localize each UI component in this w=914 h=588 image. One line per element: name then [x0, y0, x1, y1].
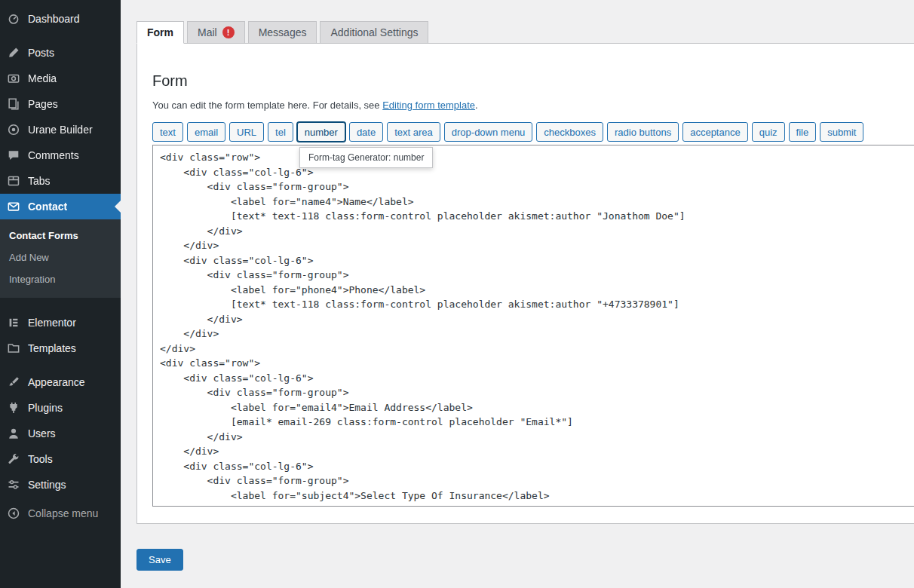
- sidebar-item-label: Dashboard: [28, 13, 80, 25]
- sidebar-item-comments[interactable]: Comments: [0, 142, 121, 168]
- tag-button-url[interactable]: URL: [229, 122, 264, 142]
- editor-tabbar: Form Mail ! Messages Additional Settings: [136, 21, 914, 43]
- tag-button-acceptance[interactable]: acceptance: [682, 122, 748, 142]
- save-button[interactable]: Save: [136, 549, 183, 571]
- comments-icon: [6, 148, 21, 163]
- pages-icon: [6, 96, 21, 112]
- panel-title: Form: [152, 72, 914, 90]
- form-tag-generator-tooltip: Form-tag Generator: number: [299, 147, 433, 168]
- sidebar-item-label: Appearance: [28, 376, 85, 388]
- sidebar-item-label: Media: [28, 72, 57, 84]
- sidebar-item-label: Elementor: [28, 317, 76, 329]
- tab-mail-label: Mail: [198, 26, 217, 38]
- sidebar-item-templates[interactable]: Templates: [0, 335, 121, 361]
- sidebar-item-label: Templates: [28, 342, 76, 354]
- form-template-editor[interactable]: <div class="row"> <div class="col-lg-6">…: [152, 145, 914, 507]
- sidebar-item-label: Contact: [28, 201, 67, 213]
- menu-separator: [0, 361, 121, 369]
- sidebar-item-plugins[interactable]: Plugins: [0, 395, 121, 421]
- editing-form-template-link[interactable]: Editing form template: [382, 100, 475, 111]
- plugins-icon: [6, 400, 21, 415]
- sidebar-item-collapse-menu[interactable]: Collapse menu: [0, 501, 121, 526]
- sidebar-item-settings[interactable]: Settings: [0, 472, 121, 498]
- submenu-item-add-new[interactable]: Add New: [0, 247, 121, 268]
- tag-button-text[interactable]: text: [152, 122, 183, 142]
- sidebar-item-label: Comments: [28, 149, 79, 161]
- sidebar-item-posts[interactable]: Posts: [0, 40, 121, 66]
- dashboard-icon: [6, 11, 21, 26]
- tag-button-date[interactable]: date: [349, 122, 383, 142]
- sidebar-item-label: Collapse menu: [28, 507, 98, 519]
- sidebar-item-tabs[interactable]: Tabs: [0, 168, 121, 194]
- elementor-icon: [6, 315, 21, 330]
- tag-button-checkboxes[interactable]: checkboxes: [536, 122, 603, 142]
- submenu-item-integration[interactable]: Integration: [0, 268, 121, 290]
- users-icon: [6, 426, 21, 441]
- tab-messages-label: Messages: [259, 26, 307, 38]
- sidebar-item-appearance[interactable]: Appearance: [0, 369, 121, 395]
- form-editor-panel: Form You can edit the form template here…: [136, 43, 914, 524]
- posts-icon: [6, 45, 21, 60]
- submenu-item-contact-forms[interactable]: Contact Forms: [0, 225, 121, 247]
- tag-button-quiz[interactable]: quiz: [752, 122, 785, 142]
- tag-button-email[interactable]: email: [187, 122, 225, 142]
- sidebar-item-label: Tabs: [28, 175, 51, 187]
- sidebar-item-label: Urane Builder: [28, 124, 93, 136]
- urane-builder-icon: [6, 122, 21, 137]
- sidebar-item-contact[interactable]: Contact: [0, 194, 121, 219]
- settings-icon: [6, 477, 21, 492]
- media-icon: [6, 71, 21, 86]
- tab-form[interactable]: Form: [136, 21, 184, 44]
- tab-additional-settings[interactable]: Additional Settings: [320, 21, 428, 44]
- sidebar-item-dashboard[interactable]: Dashboard: [0, 6, 121, 32]
- sidebar-item-users[interactable]: Users: [0, 421, 121, 446]
- sidebar-item-elementor[interactable]: Elementor: [0, 310, 121, 335]
- tools-icon: [6, 452, 21, 467]
- tab-messages[interactable]: Messages: [248, 21, 317, 44]
- sidebar-item-label: Tools: [28, 453, 53, 465]
- contact-icon: [6, 199, 21, 214]
- sidebar-item-label: Settings: [28, 479, 66, 491]
- sidebar-item-pages[interactable]: Pages: [0, 91, 121, 117]
- sidebar-item-urane-builder[interactable]: Urane Builder: [0, 117, 121, 142]
- sidebar-item-label: Users: [28, 427, 56, 439]
- mail-error-icon: !: [222, 26, 235, 38]
- collapse-menu-icon: [6, 506, 21, 521]
- tab-form-label: Form: [147, 26, 173, 38]
- tag-button-tel[interactable]: tel: [268, 122, 293, 142]
- templates-icon: [6, 341, 21, 356]
- tag-button-text-area[interactable]: text area: [387, 122, 440, 142]
- contact-submenu: Contact Forms Add New Integration: [0, 219, 121, 298]
- sidebar-item-label: Pages: [28, 98, 58, 110]
- description-period: .: [475, 100, 478, 111]
- tab-mail[interactable]: Mail !: [187, 21, 245, 44]
- sidebar-item-label: Posts: [28, 47, 54, 59]
- menu-separator: [0, 32, 121, 40]
- appearance-icon: [6, 375, 21, 390]
- tag-generator-row: text email URL tel number date text area…: [152, 122, 914, 142]
- tag-button-radio-buttons[interactable]: radio buttons: [607, 122, 679, 142]
- admin-sidebar: Dashboard Posts Media Pages Urane Builde…: [0, 0, 121, 588]
- tag-button-submit[interactable]: submit: [820, 122, 863, 142]
- sidebar-item-label: Plugins: [28, 402, 63, 414]
- tag-button-file[interactable]: file: [789, 122, 817, 142]
- tab-additional-settings-label: Additional Settings: [330, 26, 418, 38]
- tabs-icon: [6, 173, 21, 188]
- sidebar-item-tools[interactable]: Tools: [0, 446, 121, 472]
- description-text: You can edit the form template here. For…: [152, 100, 382, 111]
- menu-separator: [0, 298, 121, 310]
- sidebar-item-media[interactable]: Media: [0, 66, 121, 91]
- main-content: Form Mail ! Messages Additional Settings…: [121, 0, 914, 588]
- tag-button-number[interactable]: number: [297, 122, 345, 142]
- tag-button-drop-down-menu[interactable]: drop-down menu: [444, 122, 533, 142]
- panel-description: You can edit the form template here. For…: [152, 100, 914, 111]
